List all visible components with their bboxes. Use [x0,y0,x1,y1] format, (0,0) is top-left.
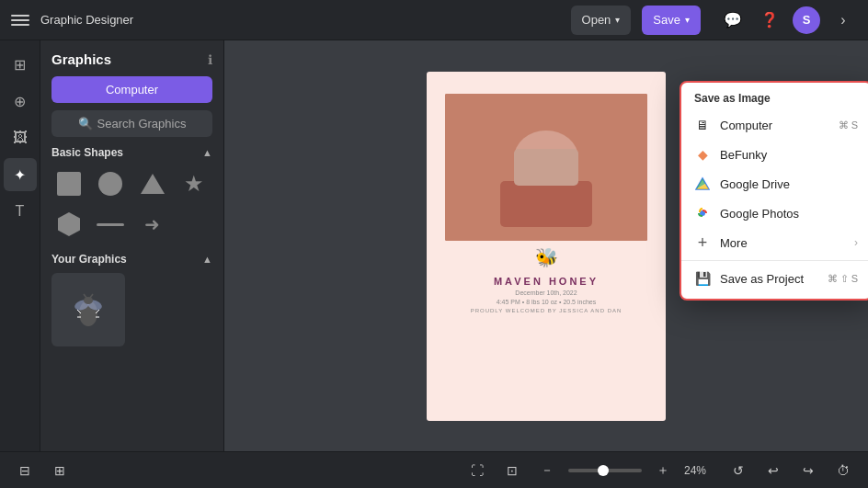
canvas-brand: MAVEN HONEY [471,276,622,287]
save-gdrive-item[interactable]: Google Drive [681,169,868,199]
save-project-shortcut: ⌘ ⇧ S [828,273,858,285]
shape-square[interactable] [51,166,86,201]
more-chevron-icon: › [854,236,858,249]
svg-rect-13 [514,149,578,186]
icon-bar: ⊞ ⊕ 🖼 ✦ T [0,40,40,451]
zoom-slider[interactable] [568,469,642,472]
save-chevron-icon: ▾ [685,15,690,25]
bottombar: ⊟ ⊞ ⛶ ⊡ － ＋ 24% ↺ ↩ ↪ ⏱ [0,451,868,488]
sidebar-item-images[interactable]: 🖼 [4,121,37,154]
computer-tab[interactable]: Computer [51,76,212,103]
more-icon: + [694,234,711,251]
sidebar-item-text[interactable]: T [4,195,37,228]
shape-line[interactable] [93,207,128,242]
topbar: Graphic Designer Open ▾ Save ▾ 💬 ❓ S › [0,0,868,40]
sidebar-item-grid[interactable]: ⊞ [4,48,37,81]
sidebar-item-layers[interactable]: ⊕ [4,85,37,118]
save-computer-label: Computer [720,119,829,132]
open-button[interactable]: Open ▾ [571,6,632,35]
your-graphics-section-header: Your Graphics ▲ [51,253,212,266]
basic-shapes-section-header: Basic Shapes ▲ [51,146,212,159]
dropdown-header: Save as Image [681,88,868,110]
undo-icon[interactable]: ↩ [760,458,787,483]
gdrive-icon [694,176,711,192]
canvas-frame: 🐝 MAVEN HONEY December 10th, 2022 4:45 P… [427,72,666,421]
panel-header: Graphics ℹ [51,51,212,67]
save-project-label: Save as Project [720,272,818,286]
zoom-thumb[interactable] [598,465,609,476]
canvas-area[interactable]: 🐝 MAVEN HONEY December 10th, 2022 4:45 P… [224,40,868,451]
basic-shapes-chevron-icon[interactable]: ▲ [202,147,212,158]
hamburger-menu[interactable] [11,11,29,29]
save-gphotos-label: Google Photos [720,207,858,221]
panel-title: Graphics [51,51,111,67]
history-icon[interactable]: ⏱ [829,458,857,483]
zoom-in-icon[interactable]: ＋ [649,458,677,483]
search-graphics-button[interactable]: 🔍 Search Graphics [51,110,212,137]
svg-line-5 [90,294,93,298]
fullscreen-icon[interactable]: ⛶ [463,458,491,483]
save-befunky-label: BeFunky [720,148,858,162]
save-computer-item[interactable]: 🖥 Computer ⌘ S [681,110,868,140]
save-more-label: More [720,236,845,250]
befunky-icon: ◆ [694,146,711,163]
save-computer-shortcut: ⌘ S [839,119,858,131]
avatar[interactable]: S [793,6,820,34]
layers-toggle-icon[interactable]: ⊟ [11,458,39,483]
save-more-item[interactable]: + More › [681,228,868,257]
shape-hexagon[interactable] [51,207,86,242]
crop-icon[interactable]: ⊡ [498,458,526,483]
graphic-thumbnail-1[interactable] [51,273,125,346]
svg-rect-12 [500,181,592,227]
save-befunky-item[interactable]: ◆ BeFunky [681,140,868,169]
canvas-bee-icon: 🐝 [535,246,558,268]
grid-toggle-icon[interactable]: ⊞ [46,458,74,483]
canvas-details: 4:45 PM • 8 lbs 10 oz • 20.5 inches [471,299,622,305]
svg-point-3 [84,297,93,304]
zoom-value: 24% [684,464,717,477]
save-project-icon: 💾 [694,270,711,287]
save-dropdown: Save as Image 🖥 Computer ⌘ S ◆ BeFunky G… [680,81,868,301]
open-chevron-icon: ▾ [615,15,620,25]
search-icon: 🔍 [78,117,93,131]
canvas-photo [445,94,647,241]
sidebar-item-shapes[interactable]: ✦ [4,158,37,191]
dropdown-divider [681,260,868,261]
chat-icon[interactable]: 💬 [719,6,747,34]
canvas-welcome: PROUDLY WELCOMED BY JESSICA AND DAN [471,308,622,313]
topbar-icons: 💬 ❓ S › [719,6,857,34]
help-icon[interactable]: ❓ [756,6,783,34]
svg-line-4 [84,294,86,298]
your-graphics-chevron-icon[interactable]: ▲ [202,254,212,265]
shape-circle[interactable] [93,166,128,201]
left-panel: Graphics ℹ Computer 🔍 Search Graphics Ba… [40,40,224,451]
shape-star[interactable]: ★ [177,166,211,201]
shape-triangle[interactable] [135,166,170,201]
app-title: Graphic Designer [40,13,133,27]
zoom-out-icon[interactable]: － [533,458,561,483]
more-options-icon[interactable]: › [829,6,857,34]
your-graphics-grid [51,273,212,346]
basic-shapes-title: Basic Shapes [51,146,123,159]
your-graphics-title: Your Graphics [51,253,127,266]
save-project-item[interactable]: 💾 Save as Project ⌘ ⇧ S [681,264,868,293]
save-gphotos-item[interactable]: Google Photos [681,199,868,228]
shape-arrow[interactable]: ➜ [135,207,170,242]
canvas-date: December 10th, 2022 [471,289,622,296]
panel-info-icon[interactable]: ℹ [208,52,212,67]
shapes-grid: ★ ➜ [51,166,212,242]
gphotos-icon [694,205,711,221]
save-gdrive-label: Google Drive [720,177,858,191]
canvas-text-block: MAVEN HONEY December 10th, 2022 4:45 PM … [460,276,634,313]
save-button[interactable]: Save ▾ [642,6,701,35]
redo-icon[interactable]: ↪ [794,458,822,483]
computer-icon: 🖥 [694,117,711,133]
refresh-icon[interactable]: ↺ [725,458,752,483]
main-layout: ⊞ ⊕ 🖼 ✦ T Graphics ℹ Computer 🔍 Search G… [0,40,868,451]
